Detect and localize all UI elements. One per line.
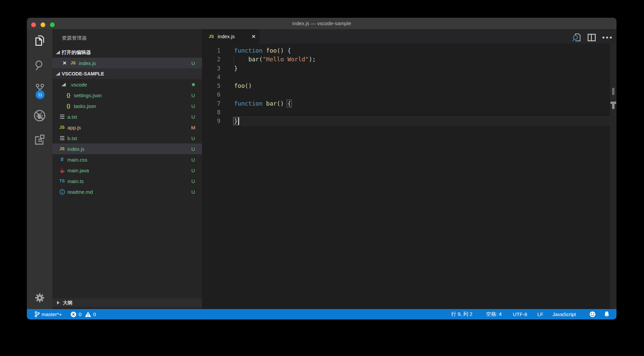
activity-source-control[interactable]: 11 bbox=[27, 81, 52, 97]
overview-ruler bbox=[610, 44, 616, 309]
tab-label: index.js bbox=[218, 34, 235, 39]
activity-files[interactable] bbox=[27, 33, 52, 49]
file-label: main.ts bbox=[67, 178, 84, 184]
git-status-badge: U bbox=[190, 189, 197, 195]
open-editor-label: index.js bbox=[79, 60, 96, 66]
tab-bar: JS index.js × bbox=[202, 29, 616, 44]
js-file-icon: JS bbox=[58, 146, 66, 151]
git-status-badge: U bbox=[190, 60, 197, 66]
file-label: tasks.json bbox=[74, 103, 96, 109]
status-bell[interactable] bbox=[604, 309, 610, 319]
folder-label: .vscode bbox=[70, 82, 87, 87]
file-label: a.txt bbox=[67, 114, 77, 120]
line-numbers: 123456789 bbox=[202, 46, 220, 126]
twistie-expanded-icon bbox=[56, 72, 60, 76]
git-status-badge: U bbox=[190, 103, 197, 109]
section-folder[interactable]: VSCODE-SAMPLE bbox=[52, 68, 202, 79]
ruler-mark bbox=[612, 88, 614, 95]
code-editor[interactable]: 123456789 function foo() { bar("Hello Wo… bbox=[202, 44, 616, 309]
editor-group: JS index.js × 123456789 function foo() {… bbox=[202, 29, 616, 309]
tree-item-a.txt[interactable]: a.txtU bbox=[52, 111, 202, 122]
activity-extensions[interactable] bbox=[27, 132, 52, 148]
file-label: main.css bbox=[67, 157, 87, 163]
explorer-sidebar: 资源管理器 打开的编辑器×JSindex.jsUVSCODE-SAMPLE.vs… bbox=[52, 29, 202, 309]
zoom-window-button[interactable] bbox=[50, 22, 55, 27]
code-content: function foo() { bar("Hello World");}foo… bbox=[234, 46, 316, 126]
twistie-expanded-icon bbox=[56, 51, 60, 54]
git-status-badge: U bbox=[190, 93, 197, 98]
status-bar: master*+00 行 9, 列 2空格: 4UTF-8LFJavaScrip… bbox=[27, 309, 616, 319]
git-status-badge: U bbox=[190, 178, 197, 184]
status-error[interactable]: 0 bbox=[70, 311, 81, 317]
chevron-right-icon bbox=[57, 301, 60, 305]
status-JavaScript[interactable]: JavaScript bbox=[552, 309, 576, 319]
settings-gear[interactable] bbox=[27, 290, 52, 306]
outline-section-header[interactable]: 大纲 bbox=[52, 298, 202, 307]
tree-item-main.java[interactable]: main.javaU bbox=[52, 165, 202, 176]
status-git-branch[interactable]: master*+ bbox=[35, 311, 62, 317]
tree-item-readme.md[interactable]: readme.mdU bbox=[52, 186, 202, 197]
tree-item-settings.json[interactable]: {}settings.jsonU bbox=[52, 90, 202, 101]
file-label: main.java bbox=[67, 168, 89, 173]
git-status-badge: U bbox=[190, 157, 197, 163]
close-tab-icon[interactable]: × bbox=[249, 29, 258, 44]
git-status-badge: U bbox=[190, 168, 197, 173]
status-空格: 4[interactable]: 空格: 4 bbox=[486, 309, 502, 319]
tree-item-main.css[interactable]: #main.cssU bbox=[52, 154, 202, 165]
ruler-mark bbox=[612, 104, 614, 109]
twistie-expanded-icon bbox=[61, 83, 66, 86]
json-file-icon: {} bbox=[65, 93, 72, 98]
titlebar[interactable]: index.js — vscode-sample bbox=[27, 18, 616, 29]
tree-item-.vscode[interactable]: .vscode bbox=[52, 79, 202, 90]
js-file-icon: JS bbox=[69, 61, 77, 65]
java-file-icon bbox=[58, 168, 66, 173]
close-window-button[interactable] bbox=[31, 22, 36, 27]
js-file-icon: JS bbox=[58, 125, 66, 130]
git-status-badge: M bbox=[190, 125, 197, 130]
open-editor-item-index.js[interactable]: ×JSindex.jsU bbox=[52, 58, 202, 68]
indent-guide bbox=[233, 55, 234, 64]
tab-index-js[interactable]: JS index.js × bbox=[202, 29, 259, 44]
search-editor-icon[interactable] bbox=[571, 33, 581, 43]
git-status-badge: U bbox=[190, 114, 197, 120]
activity-bar: 11 bbox=[27, 29, 52, 309]
status-行 9, 列 2[interactable]: 行 9, 列 2 bbox=[451, 309, 472, 319]
git-status-badge: U bbox=[190, 135, 197, 141]
file-label: b.txt bbox=[67, 135, 77, 141]
file-label: app.js bbox=[67, 125, 81, 130]
sidebar-title: 资源管理器 bbox=[62, 29, 87, 47]
git-status-badge: U bbox=[190, 146, 197, 152]
json-file-icon: {} bbox=[65, 103, 72, 109]
minimize-window-button[interactable] bbox=[41, 22, 45, 27]
activity-search[interactable] bbox=[27, 57, 52, 73]
more-actions-icon[interactable] bbox=[602, 36, 612, 39]
split-editor-icon[interactable] bbox=[587, 33, 596, 42]
git-dot-badge bbox=[192, 83, 195, 86]
css-file-icon: # bbox=[58, 157, 66, 163]
tree-item-app.js[interactable]: JSapp.jsM bbox=[52, 122, 202, 133]
ts-file-icon: TS bbox=[58, 179, 66, 183]
status-LF[interactable]: LF bbox=[537, 309, 543, 319]
js-file-icon: JS bbox=[208, 34, 215, 39]
close-editor-icon[interactable]: × bbox=[63, 59, 68, 67]
tree-item-tasks.json[interactable]: {}tasks.jsonU bbox=[52, 101, 202, 111]
section-open-editors[interactable]: 打开的编辑器 bbox=[52, 47, 202, 58]
ruler-mark bbox=[610, 102, 616, 104]
markdown-file-icon bbox=[58, 189, 66, 195]
tree-item-main.ts[interactable]: TSmain.tsU bbox=[52, 176, 202, 186]
txt-file-icon bbox=[58, 136, 66, 140]
status-warning[interactable]: 0 bbox=[85, 311, 96, 317]
txt-file-icon bbox=[58, 115, 66, 119]
vscode-window: index.js — vscode-sample 11 资源管理器 打开的编辑器… bbox=[27, 18, 616, 319]
activity-debug-disabled[interactable] bbox=[27, 108, 52, 124]
file-label: settings.json bbox=[74, 93, 102, 98]
file-label: readme.md bbox=[67, 189, 93, 195]
status-UTF-8[interactable]: UTF-8 bbox=[513, 309, 527, 319]
tree-item-index.js[interactable]: JSindex.jsU bbox=[52, 143, 202, 154]
outline-label: 大纲 bbox=[63, 300, 72, 306]
traffic-lights bbox=[31, 22, 55, 27]
tree-item-b.txt[interactable]: b.txtU bbox=[52, 133, 202, 143]
text-cursor bbox=[238, 117, 239, 125]
status-smiley[interactable] bbox=[589, 309, 596, 319]
file-label: index.js bbox=[67, 146, 85, 152]
